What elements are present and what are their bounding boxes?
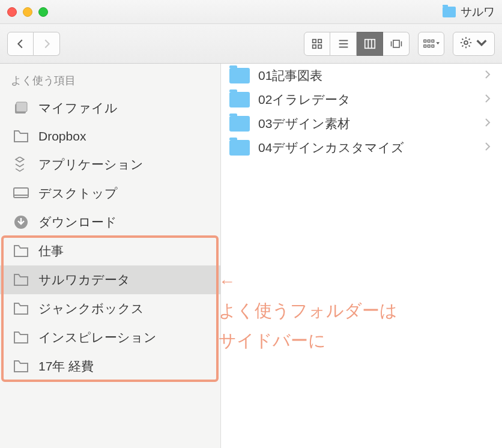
folder-name: 03デザイン素材 xyxy=(258,115,476,132)
gear-icon xyxy=(459,36,473,52)
file-column: 01記事図表02イラレデータ03デザイン素材04デザインカスタマイズ xyxy=(221,64,502,448)
sidebar-item-label: サルワカデータ xyxy=(38,271,130,288)
folder-name: 01記事図表 xyxy=(258,67,476,84)
traffic-lights xyxy=(7,7,48,17)
action-menu-button[interactable] xyxy=(453,32,495,56)
svg-rect-10 xyxy=(393,40,399,47)
sidebar-item[interactable]: ダウンロード xyxy=(0,208,220,237)
svg-line-24 xyxy=(462,38,463,40)
svg-line-27 xyxy=(469,38,470,40)
svg-rect-7 xyxy=(364,39,375,48)
sidebar: よく使う項目 マイファイルDropboxアプリケーションデスクトップダウンロード… xyxy=(0,64,221,448)
close-window-button[interactable] xyxy=(7,7,17,17)
sidebar-item-label: Dropbox xyxy=(38,129,86,144)
folder-outline-icon xyxy=(12,301,30,316)
sidebar-item-label: マイファイル xyxy=(38,100,118,117)
title-folder-icon xyxy=(443,7,456,17)
folder-icon xyxy=(229,116,250,132)
sidebar-item[interactable]: 17年 経費 xyxy=(0,352,220,381)
folder-item[interactable]: 03デザイン素材 xyxy=(221,112,502,136)
sidebar-item-label: 17年 経費 xyxy=(38,358,94,375)
sidebar-item[interactable]: アプリケーション xyxy=(0,150,220,179)
folder-outline-icon xyxy=(12,243,30,259)
sidebar-item[interactable]: デスクトップ xyxy=(0,179,220,208)
minimize-window-button[interactable] xyxy=(23,7,32,17)
zoom-window-button[interactable] xyxy=(38,7,48,17)
folder-outline-icon xyxy=(12,129,30,144)
chevron-right-icon xyxy=(484,70,491,82)
sidebar-item[interactable]: Dropbox xyxy=(0,123,220,150)
sidebar-item-label: ダウンロード xyxy=(38,214,117,231)
folder-icon xyxy=(229,140,250,156)
sidebar-item[interactable]: 仕事 xyxy=(0,237,220,265)
svg-rect-0 xyxy=(313,39,316,43)
sidebar-item-label: アプリケーション xyxy=(38,156,144,173)
sidebar-item-label: 仕事 xyxy=(38,243,64,259)
sidebar-item[interactable]: サルワカデータ xyxy=(0,265,220,294)
svg-rect-17 xyxy=(428,44,430,47)
folder-item[interactable]: 01記事図表 xyxy=(221,64,502,88)
chevron-down-icon xyxy=(475,36,488,51)
sidebar-item[interactable]: マイファイル xyxy=(0,94,220,123)
svg-rect-1 xyxy=(318,39,322,43)
folder-outline-icon xyxy=(12,359,30,374)
svg-point-19 xyxy=(464,41,468,44)
svg-rect-2 xyxy=(313,44,316,48)
folder-item[interactable]: 04デザインカスタマイズ xyxy=(221,136,502,160)
sidebar-item[interactable]: ジャンクボックス xyxy=(0,294,220,323)
window-titlebar: サルワ xyxy=(0,0,502,24)
arrange-button[interactable] xyxy=(418,32,444,56)
window-title: サルワ xyxy=(461,4,495,20)
svg-rect-13 xyxy=(424,40,426,42)
svg-rect-3 xyxy=(318,44,322,48)
download-icon xyxy=(12,214,30,230)
forward-button[interactable] xyxy=(34,32,60,56)
chevron-right-icon xyxy=(484,142,491,154)
folder-item[interactable]: 02イラレデータ xyxy=(221,88,502,112)
sidebar-item-label: インスピレーション xyxy=(38,329,157,346)
folder-outline-icon xyxy=(12,330,30,345)
doc-stack-icon xyxy=(12,100,30,116)
svg-line-26 xyxy=(462,45,463,46)
svg-rect-14 xyxy=(428,40,430,42)
desktop-icon xyxy=(12,186,30,201)
view-mode-segment xyxy=(304,32,410,56)
svg-rect-15 xyxy=(432,40,434,42)
back-button[interactable] xyxy=(7,32,34,56)
chevron-right-icon xyxy=(484,94,491,106)
sidebar-item-label: デスクトップ xyxy=(38,185,118,202)
apps-icon xyxy=(12,157,30,172)
view-coverflow-button[interactable] xyxy=(383,32,410,56)
toolbar xyxy=(0,24,502,64)
folder-outline-icon xyxy=(12,272,30,288)
svg-line-25 xyxy=(469,45,470,46)
folder-icon xyxy=(229,68,250,83)
chevron-right-icon xyxy=(484,118,491,130)
svg-rect-16 xyxy=(424,44,426,47)
view-icons-button[interactable] xyxy=(304,32,330,56)
svg-rect-18 xyxy=(432,44,434,47)
sidebar-item-label: ジャンクボックス xyxy=(38,300,144,317)
folder-name: 02イラレデータ xyxy=(258,91,476,108)
folder-name: 04デザインカスタマイズ xyxy=(258,139,476,156)
view-list-button[interactable] xyxy=(330,32,357,56)
view-columns-button[interactable] xyxy=(357,32,383,56)
folder-icon xyxy=(229,92,250,107)
sidebar-item[interactable]: インスピレーション xyxy=(0,323,220,352)
sidebar-section-header: よく使う項目 xyxy=(0,70,220,94)
